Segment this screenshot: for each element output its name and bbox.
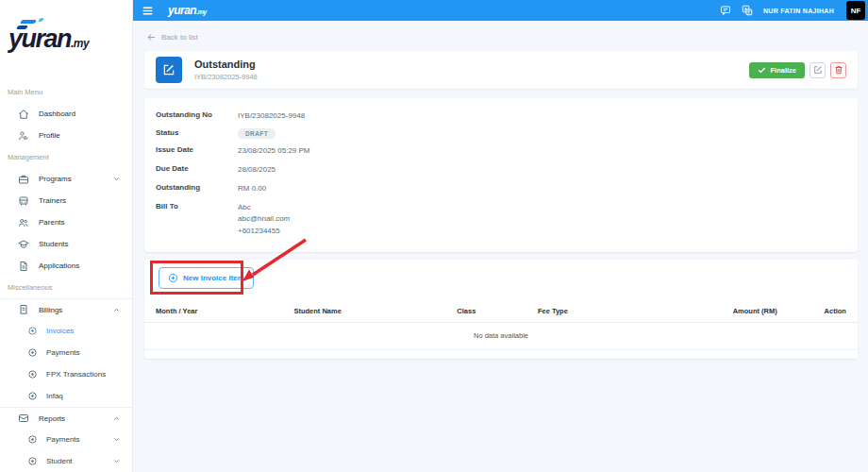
radio-dot-icon [27,347,38,358]
invoice-items-card: New Invoice Item Month / Year Student Na… [144,260,858,359]
chevron-up-icon [112,414,121,423]
chevron-up-icon [112,306,121,314]
detail-label: Bill To [156,202,238,238]
sidebar-item-label: Profile [39,131,60,140]
detail-row: Bill To Abc abc@hnail.com +601234455 [156,198,846,241]
new-invoice-item-label: New Invoice Item [183,274,244,282]
column-header: Amount (RM) [605,307,777,315]
table-header-row: Month / Year Student Name Class Fee Type… [144,301,858,323]
sidebar-item-reports[interactable]: Reports [0,407,132,429]
top-bar: yuran.my NUR FATIN NAJIHAH NF [133,0,868,21]
sidebar-item-label: FPX Transactions [46,370,106,379]
invoice-title-card: Outstanding IYB/23082025-9948 Finalize [144,51,858,89]
delete-button[interactable] [830,62,846,78]
new-invoice-item-button[interactable]: New Invoice Item [159,267,254,289]
chevron-down-icon [112,175,121,183]
detail-label: Issue Date [156,145,238,158]
back-to-list-link[interactable]: Back to list [133,21,868,51]
hamburger-menu-icon[interactable] [142,5,154,17]
sidebar-section-management: Management [0,146,132,168]
finalize-label: Finalize [770,66,796,75]
radio-dot-icon [27,326,38,336]
back-arrow-icon [146,32,157,42]
sidebar-item-billings[interactable]: Billings [0,298,132,320]
logo-swoosh-icon [20,20,37,24]
edit-note-icon [156,57,182,83]
bill-to-value: Abc abc@hnail.com +601234455 [238,202,290,238]
detail-value: IYB/23082025-9948 [238,110,305,123]
translate-icon[interactable] [742,5,753,16]
column-header: Class [432,307,501,315]
column-header: Month / Year [156,307,293,315]
sidebar-item-students[interactable]: Students [0,233,132,255]
bill-to-phone: +601234455 [238,226,290,238]
sidebar-item-label: Infaq [46,392,63,400]
avatar[interactable]: NF [846,1,865,20]
topbar-brand: yuran.my [168,4,207,17]
edit-button[interactable] [810,62,826,78]
sidebar-item-label: Parents [39,218,65,227]
sidebar-item-applications[interactable]: Applications [0,255,132,277]
people-icon [18,217,29,228]
sidebar-item-invoices[interactable]: Invoices [0,320,132,342]
plus-circle-icon [168,273,178,283]
detail-value: 28/08/2025 [238,164,275,177]
user-name: NUR FATIN NAJIHAH [763,8,834,14]
sidebar-item-label: Payments [46,435,80,444]
column-header: Action [777,307,846,315]
detail-row: Issue Date 23/08/2025 05:29 PM [156,143,846,161]
detail-row: Outstanding No IYB/23082025-9948 [156,107,846,126]
chevron-down-icon [112,457,121,465]
bus-icon [18,195,29,207]
column-header: Student Name [293,307,431,315]
home-icon [18,109,29,120]
page-title: Outstanding [194,59,258,70]
app-logo: yuran.my [0,0,132,81]
chevron-down-icon [112,435,121,444]
sidebar-item-payments[interactable]: Payments [0,342,132,363]
document-icon [18,261,29,272]
sidebar-item-reports-payments[interactable]: Payments [0,429,132,450]
sidebar-item-fpx-transactions[interactable]: FPX Transactions [0,363,132,385]
sidebar-item-label: Billings [39,306,62,314]
sidebar-item-programs[interactable]: Programs [0,168,132,190]
chat-icon[interactable] [720,5,731,16]
invoice-details-card: Outstanding No IYB/23082025-9948 Status … [144,98,858,252]
detail-row: Due Date 28/08/2025 [156,161,846,180]
detail-label: Outstanding No [156,110,238,123]
receipt-icon [18,304,29,315]
sidebar-item-label: Reports [39,414,65,423]
empty-table-message: No data available [144,323,858,350]
invoice-items-table: Month / Year Student Name Class Fee Type… [144,301,858,350]
check-icon [758,66,766,75]
sidebar-item-infaq[interactable]: Infaq [0,385,132,407]
detail-label: Outstanding [156,183,238,195]
back-to-list-label: Back to list [161,33,198,42]
sidebar-item-dashboard[interactable]: Dashboard [0,103,132,125]
radio-dot-icon [27,369,38,379]
sidebar-item-label: Dashboard [39,110,75,118]
detail-label: Due Date [156,164,238,177]
sidebar: yuran.my Main Menu Dashboard Profile Man… [0,0,133,472]
radio-dot-icon [27,434,38,445]
detail-value: 23/08/2025 05:29 PM [238,145,310,158]
bill-to-name: Abc [238,202,290,214]
sidebar-item-label: Invoices [46,327,74,335]
sidebar-item-label: Programs [39,175,72,183]
finalize-button[interactable]: Finalize [749,62,805,78]
sidebar-item-trainers[interactable]: Trainers [0,190,132,211]
column-header: Fee Type [501,307,605,315]
graduation-cap-icon [18,239,29,250]
logo-text: yuran.my [8,25,89,54]
sidebar-item-label: Students [39,240,69,248]
briefcase-icon [18,174,29,185]
sidebar-item-reports-student[interactable]: Student [0,450,132,472]
sidebar-item-parents[interactable]: Parents [0,211,132,233]
bill-to-email: abc@hnail.com [238,213,290,226]
invoice-reference: IYB/23082025-9948 [194,73,258,81]
detail-row: Outstanding RM 0.00 [156,179,846,198]
sidebar-item-profile[interactable]: Profile [0,125,132,146]
detail-row: Status DRAFT [156,126,846,143]
radio-dot-icon [27,456,38,466]
sidebar-section-miscellaneous: Miscellaneous [0,277,132,298]
